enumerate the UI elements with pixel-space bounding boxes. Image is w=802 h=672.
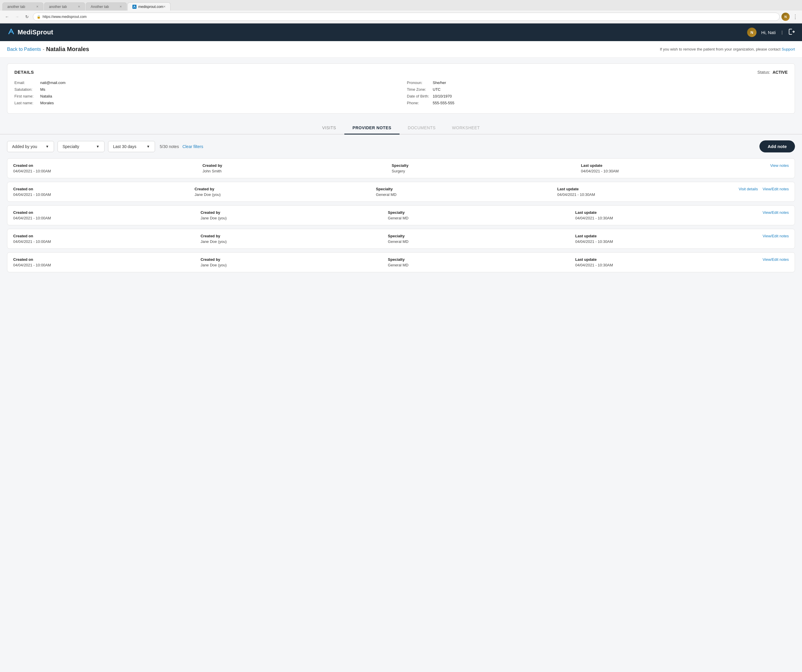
browser-tab-4[interactable]: medisprout.com ✕ bbox=[128, 2, 171, 11]
browser-menu-icon[interactable]: ⋮ bbox=[791, 12, 799, 21]
browser-tab-2[interactable]: another tab ✕ bbox=[44, 2, 85, 11]
back-button[interactable]: ← bbox=[3, 13, 11, 21]
tab-visits[interactable]: VISITS bbox=[314, 122, 344, 134]
note-created-on-col-1: Created on 04/04/2021 - 10:00AM bbox=[13, 187, 195, 197]
user-greeting: Hi, Nati bbox=[761, 30, 776, 35]
note-specialty-col-1: Specialty General MD bbox=[376, 187, 558, 197]
browser-tab-1[interactable]: another tab ✕ bbox=[2, 2, 44, 11]
email-key: Email: bbox=[15, 81, 38, 85]
phone-val: 555-555-555 bbox=[433, 101, 454, 105]
note-row-2: Created on 04/04/2021 - 10:00AM Created … bbox=[13, 210, 789, 220]
logout-button[interactable] bbox=[789, 29, 795, 36]
note-actions-3: View/Edit notes bbox=[763, 234, 789, 238]
note-2-view-edit-notes[interactable]: View/Edit notes bbox=[763, 210, 789, 215]
detail-row-timezone: Time Zone: UTC bbox=[407, 87, 787, 92]
note-last-update-col-4: Last update 04/04/2021 - 10:30AM bbox=[575, 257, 762, 267]
date-range-label: Last 30 days bbox=[113, 144, 136, 149]
note-last-update-col-2: Last update 04/04/2021 - 10:30AM bbox=[575, 210, 762, 220]
back-to-patients-link[interactable]: Back to Patients bbox=[7, 47, 41, 52]
note-specialty-col-3: Specialty General MD bbox=[388, 234, 575, 244]
note-created-on-col-4: Created on 04/04/2021 - 10:00AM bbox=[13, 257, 200, 267]
note-card-3: Created on 04/04/2021 - 10:00AM Created … bbox=[7, 229, 795, 249]
note-actions-0: View notes bbox=[770, 163, 789, 168]
breadcrumb-right: If you wish to remove the patient from y… bbox=[660, 47, 795, 52]
note-created-by-col-2: Created by Jane Doe (you) bbox=[200, 210, 388, 220]
note-4-view-edit-notes[interactable]: View/Edit notes bbox=[763, 257, 789, 262]
app-logo: MediSprout bbox=[7, 27, 53, 37]
tab-3-close-icon[interactable]: ✕ bbox=[120, 5, 122, 8]
firstname-key: First name: bbox=[15, 94, 38, 99]
address-bar[interactable]: 🔒 https://www.medisprout.com bbox=[33, 13, 780, 21]
detail-row-lastname: Last name: Morales bbox=[15, 101, 395, 105]
timezone-val: UTC bbox=[433, 87, 441, 92]
note-last-update-col-1: Last update 04/04/2021 - 10:30AM bbox=[557, 187, 739, 197]
note-actions-2: View/Edit notes bbox=[763, 210, 789, 215]
header-right: N Hi, Nati | bbox=[747, 28, 795, 37]
tab-2-close-icon[interactable]: ✕ bbox=[78, 5, 80, 8]
status-value: ACTIVE bbox=[773, 70, 787, 74]
note-created-by-col-4: Created by Jane Doe (you) bbox=[200, 257, 388, 267]
note-card-0: Created on 04/04/2021 - 10:00AM Created … bbox=[7, 158, 795, 178]
notes-count: 5/30 notes bbox=[160, 144, 179, 149]
dob-key: Date of Birth: bbox=[407, 94, 430, 99]
pronoun-key: Pronoun: bbox=[407, 81, 430, 85]
date-range-filter[interactable]: Last 30 days ▼ bbox=[108, 141, 155, 152]
breadcrumb-area: Back to Patients - Natalia Morales If yo… bbox=[0, 41, 802, 58]
firstname-val: Natalia bbox=[40, 94, 52, 99]
note-specialty-col-0: Specialty Surgery bbox=[391, 163, 581, 173]
status-area: Status: ACTIVE bbox=[757, 70, 787, 74]
header-divider: | bbox=[781, 30, 783, 35]
address-text: https://www.medisprout.com bbox=[42, 15, 87, 19]
browser-chrome: another tab ✕ another tab ✕ Another tab … bbox=[0, 0, 802, 24]
added-by-filter[interactable]: Added by you ▼ bbox=[7, 141, 54, 152]
reload-button[interactable]: ↻ bbox=[23, 13, 31, 21]
lock-icon: 🔒 bbox=[37, 15, 41, 19]
forward-button[interactable]: → bbox=[13, 13, 21, 21]
note-1-visit-details[interactable]: Visit details bbox=[739, 187, 758, 191]
detail-row-phone: Phone: 555-555-555 bbox=[407, 101, 787, 105]
pronoun-val: She/her bbox=[433, 81, 446, 85]
added-by-chevron-icon: ▼ bbox=[45, 144, 49, 149]
remove-patient-text: If you wish to remove the patient from y… bbox=[660, 47, 781, 52]
support-link[interactable]: Support bbox=[781, 47, 795, 52]
note-created-on-col-0: Created on 04/04/2021 - 10:00AM bbox=[13, 163, 202, 173]
filter-row: Added by you ▼ Specialty ▼ Last 30 days … bbox=[0, 134, 802, 158]
detail-row-firstname: First name: Natalia bbox=[15, 94, 395, 99]
tab-documents[interactable]: DOCUMENTS bbox=[399, 122, 444, 134]
details-header: DETAILS Status: ACTIVE bbox=[15, 70, 787, 74]
browser-controls: ← → ↻ 🔒 https://www.medisprout.com N ⋮ bbox=[0, 11, 802, 23]
browser-tab-3[interactable]: Another tab ✕ bbox=[86, 2, 127, 11]
note-card-1: Created on 04/04/2021 - 10:00AM Created … bbox=[7, 182, 795, 202]
email-val: nati@mail.com bbox=[40, 81, 65, 85]
note-specialty-col-2: Specialty General MD bbox=[388, 210, 575, 220]
details-grid: Email: nati@mail.com Salutation: Ms Firs… bbox=[15, 81, 787, 105]
note-created-on-col-2: Created on 04/04/2021 - 10:00AM bbox=[13, 210, 200, 220]
dob-val: 10/10/1970 bbox=[433, 94, 452, 99]
browser-profile-avatar[interactable]: N bbox=[781, 13, 790, 21]
note-specialty-col-4: Specialty General MD bbox=[388, 257, 575, 267]
tab-bar: another tab ✕ another tab ✕ Another tab … bbox=[0, 0, 802, 11]
note-row-1: Created on 04/04/2021 - 10:00AM Created … bbox=[13, 187, 789, 197]
details-card: DETAILS Status: ACTIVE Email: nati@mail.… bbox=[7, 63, 795, 114]
specialty-filter[interactable]: Specialty ▼ bbox=[58, 141, 105, 152]
patient-name: Natalia Morales bbox=[46, 46, 89, 53]
note-0-view-notes[interactable]: View notes bbox=[770, 163, 789, 168]
note-actions-4: View/Edit notes bbox=[763, 257, 789, 262]
status-label: Status: bbox=[757, 70, 770, 74]
tab-provider-notes[interactable]: PROVIDER NOTES bbox=[344, 122, 399, 134]
note-3-view-edit-notes[interactable]: View/Edit notes bbox=[763, 234, 789, 238]
tab-1-close-icon[interactable]: ✕ bbox=[36, 5, 39, 8]
medisprout-favicon bbox=[133, 5, 136, 9]
logo-icon bbox=[7, 27, 15, 37]
note-1-view-edit-notes[interactable]: View/Edit notes bbox=[763, 187, 789, 191]
salutation-val: Ms bbox=[40, 87, 45, 92]
clear-filters-button[interactable]: Clear filters bbox=[182, 144, 203, 149]
add-note-button[interactable]: Add note bbox=[760, 140, 795, 152]
details-title: DETAILS bbox=[15, 70, 34, 74]
tab-4-close-icon[interactable]: ✕ bbox=[163, 5, 166, 8]
note-row-0: Created on 04/04/2021 - 10:00AM Created … bbox=[13, 163, 789, 173]
page-content: Back to Patients - Natalia Morales If yo… bbox=[0, 41, 802, 672]
note-last-update-col-3: Last update 04/04/2021 - 10:30AM bbox=[575, 234, 762, 244]
tab-worksheet[interactable]: WORKSHEET bbox=[444, 122, 488, 134]
note-created-on-col-3: Created on 04/04/2021 - 10:00AM bbox=[13, 234, 200, 244]
